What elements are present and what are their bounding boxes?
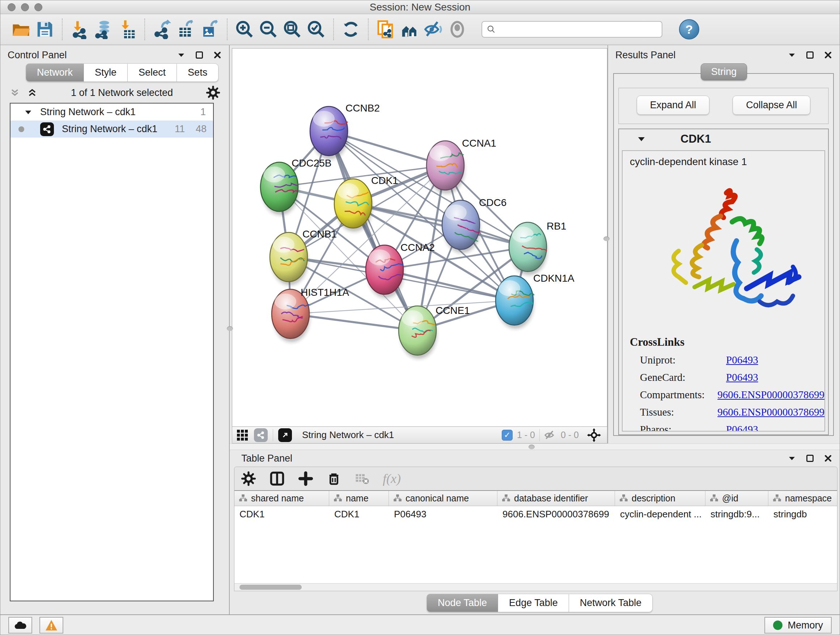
scrollbar-thumb[interactable] bbox=[240, 585, 302, 590]
node-CDKN1A[interactable]: CDKN1A bbox=[496, 272, 575, 329]
tab-edge-table[interactable]: Edge Table bbox=[498, 594, 569, 612]
node-CCNB2[interactable]: CCNB2 bbox=[310, 103, 380, 159]
show-columns-icon[interactable] bbox=[269, 470, 285, 486]
table-cell[interactable]: CDK1 bbox=[234, 506, 329, 522]
save-session-button[interactable] bbox=[33, 17, 57, 41]
export-network-button[interactable] bbox=[150, 17, 174, 41]
node-CDK1[interactable]: CDK1 bbox=[334, 175, 398, 232]
zoom-fit-button[interactable] bbox=[280, 17, 304, 41]
open-in-browser-icon[interactable] bbox=[278, 428, 292, 442]
node-RB1[interactable]: RB1 bbox=[509, 220, 566, 275]
splitter-handle[interactable] bbox=[529, 445, 535, 449]
panel-splitter-handle[interactable] bbox=[603, 236, 609, 241]
table-options-gear-icon[interactable] bbox=[241, 471, 256, 486]
import-network-button[interactable] bbox=[68, 17, 92, 41]
float-panel-icon[interactable] bbox=[196, 51, 203, 59]
tab-node-table[interactable]: Node Table bbox=[426, 594, 498, 612]
collapse-all-icon[interactable] bbox=[9, 87, 21, 98]
delete-column-trash-icon[interactable] bbox=[326, 471, 341, 486]
edge-CCNB2-CCNE1[interactable] bbox=[329, 131, 417, 331]
hide-selected-button[interactable] bbox=[422, 17, 445, 41]
network-graph-svg[interactable]: CCNB2CCNA1CDC25BCDK1CDC6RB1CCNB1CCNA2CDK… bbox=[232, 49, 607, 426]
show-all-button[interactable] bbox=[445, 17, 469, 41]
crosslink-link[interactable]: P06493 bbox=[726, 424, 758, 432]
collection-expander-icon[interactable] bbox=[24, 108, 32, 116]
zoom-selected-button[interactable] bbox=[304, 17, 328, 41]
float-panel-icon[interactable] bbox=[806, 51, 813, 59]
network-collection-row[interactable]: String Network – cdk1 1 bbox=[11, 103, 213, 120]
import-table-button[interactable] bbox=[115, 17, 139, 41]
close-panel-icon[interactable] bbox=[213, 51, 222, 59]
first-neighbors-button[interactable] bbox=[398, 17, 422, 41]
column-header-shared-name[interactable]: shared name bbox=[234, 491, 329, 506]
birdseye-toggle-icon[interactable] bbox=[587, 428, 601, 442]
memory-button[interactable]: Memory bbox=[764, 617, 832, 633]
node-CDC6[interactable]: CDC6 bbox=[442, 197, 507, 253]
node-CCNE1[interactable]: CCNE1 bbox=[399, 305, 470, 359]
horizontal-splitter[interactable] bbox=[230, 443, 840, 450]
network-canvas[interactable]: CCNB2CCNA1CDC25BCDK1CDC6RB1CCNB1CCNA2CDK… bbox=[232, 48, 607, 427]
clone-network-button[interactable] bbox=[374, 17, 398, 41]
close-panel-icon[interactable] bbox=[824, 51, 832, 59]
share-view-icon[interactable] bbox=[254, 428, 268, 442]
table-cell[interactable]: P06493 bbox=[389, 506, 497, 522]
column-header-description[interactable]: description bbox=[615, 491, 706, 506]
network-row[interactable]: String Network – cdk1 11 48 bbox=[11, 120, 213, 138]
tab-select[interactable]: Select bbox=[128, 63, 177, 82]
tab-network-table[interactable]: Network Table bbox=[569, 594, 653, 612]
node-CDC25B[interactable]: CDC25B bbox=[261, 157, 332, 215]
grid-view-icon[interactable] bbox=[236, 429, 249, 442]
panel-menu-icon[interactable] bbox=[177, 51, 186, 59]
apply-layout-button[interactable] bbox=[339, 17, 363, 41]
table-cell[interactable]: stringdb bbox=[768, 506, 840, 522]
export-table-button[interactable] bbox=[174, 17, 198, 41]
table-cell[interactable]: 9606.ENSP00000378699 bbox=[497, 506, 615, 522]
node-CCNB1[interactable]: CCNB1 bbox=[270, 228, 337, 285]
tab-network[interactable]: Network bbox=[26, 63, 84, 82]
open-session-button[interactable] bbox=[9, 17, 33, 41]
minimize-window-button[interactable] bbox=[21, 3, 29, 11]
table-cell[interactable]: cyclin-dependent ... bbox=[615, 506, 706, 522]
help-button[interactable]: ? bbox=[679, 19, 699, 40]
zoom-in-button[interactable] bbox=[233, 17, 256, 41]
crosslink-link[interactable]: P06493 bbox=[726, 371, 758, 383]
crosslink-link[interactable]: 9606.ENSP00000378699 bbox=[717, 389, 824, 401]
zoom-out-button[interactable] bbox=[256, 17, 280, 41]
panel-menu-icon[interactable] bbox=[788, 454, 796, 463]
network-options-gear-icon[interactable] bbox=[206, 86, 220, 100]
column-header-namespace[interactable]: namespace bbox=[768, 491, 840, 506]
export-image-button[interactable] bbox=[198, 17, 222, 41]
close-window-button[interactable] bbox=[8, 3, 16, 11]
node-CCNA1[interactable]: CCNA1 bbox=[426, 138, 496, 194]
warnings-button[interactable] bbox=[39, 617, 63, 633]
column-header-canonical-name[interactable]: canonical name bbox=[389, 491, 497, 506]
column-header-name[interactable]: name bbox=[329, 491, 389, 506]
hidden-eye-slash-icon[interactable] bbox=[544, 429, 556, 441]
table-cell[interactable]: CDK1 bbox=[329, 506, 389, 522]
zoom-window-button[interactable] bbox=[34, 3, 42, 11]
table-row[interactable]: CDK1CDK1P064939606.ENSP00000378699cyclin… bbox=[234, 506, 837, 522]
expand-all-button[interactable]: Expand All bbox=[637, 96, 710, 115]
import-database-button[interactable] bbox=[92, 17, 115, 41]
cloud-button[interactable] bbox=[8, 617, 32, 633]
crosslink-link[interactable]: 9606.ENSP00000378699 bbox=[717, 406, 824, 418]
search-input[interactable] bbox=[500, 24, 657, 35]
gene-section-header[interactable]: CDK1 bbox=[619, 129, 828, 149]
section-collapse-icon[interactable] bbox=[637, 135, 646, 143]
tab-string[interactable]: String bbox=[701, 63, 747, 80]
table-cell[interactable]: stringdb:9... bbox=[706, 506, 768, 522]
tab-style[interactable]: Style bbox=[84, 63, 128, 82]
expand-all-icon[interactable] bbox=[27, 87, 38, 98]
selected-checkbox-icon[interactable]: ✓ bbox=[502, 430, 513, 440]
column-header--id[interactable]: @id bbox=[706, 491, 768, 506]
tab-sets[interactable]: Sets bbox=[177, 63, 218, 82]
delete-table-icon[interactable] bbox=[355, 471, 370, 486]
create-column-icon[interactable] bbox=[298, 471, 313, 486]
panel-menu-icon[interactable] bbox=[788, 51, 796, 59]
panel-splitter-handle[interactable] bbox=[227, 326, 233, 331]
node-HIST1H1A[interactable]: HIST1H1A bbox=[272, 287, 349, 342]
column-header-database-identifier[interactable]: database identifier bbox=[497, 491, 615, 506]
collapse-all-button[interactable]: Collapse All bbox=[733, 96, 810, 115]
close-panel-icon[interactable] bbox=[824, 454, 832, 463]
function-builder-button[interactable]: f(x) bbox=[383, 471, 401, 486]
